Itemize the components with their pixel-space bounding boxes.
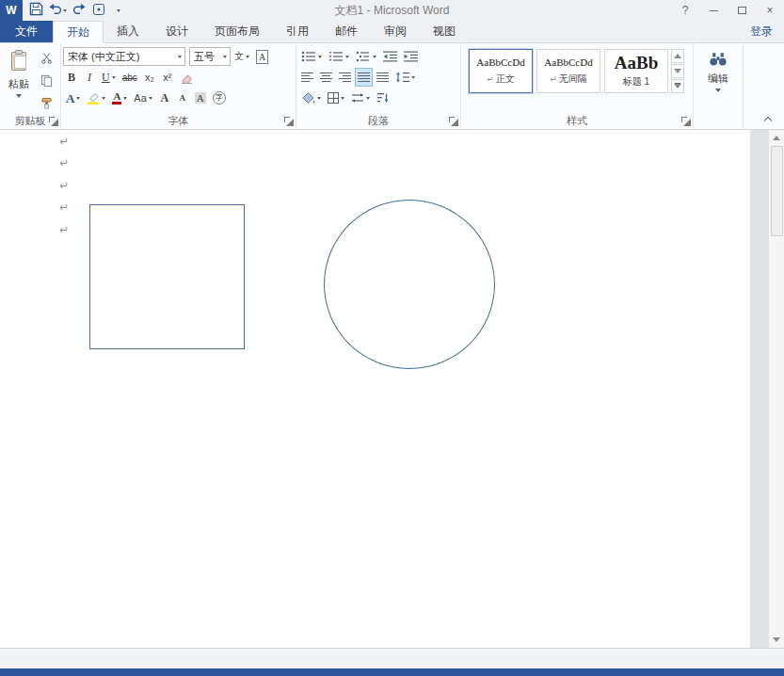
- font-size-combo[interactable]: 五号: [189, 47, 231, 66]
- save-button[interactable]: [27, 1, 44, 20]
- touch-mouse-mode-button[interactable]: [90, 1, 107, 20]
- multilevel-list-button[interactable]: [353, 47, 379, 66]
- customize-qat-button[interactable]: [110, 1, 127, 20]
- editing-group: 编辑: [694, 43, 744, 129]
- rectangle-shape[interactable]: [89, 204, 245, 349]
- font-color-icon: A: [112, 91, 121, 105]
- align-right-button[interactable]: [336, 68, 354, 87]
- font-group: 宋体 (中文正文) 五号 文 A B I U abc x₂ x² A: [61, 43, 296, 129]
- tab-file[interactable]: 文件: [0, 21, 53, 42]
- highlight-color-button[interactable]: [84, 89, 108, 107]
- font-color-button[interactable]: A: [109, 89, 130, 107]
- text-effects-button[interactable]: A: [63, 89, 83, 107]
- superscript-icon: x²: [163, 72, 171, 83]
- shading-button[interactable]: [298, 89, 324, 107]
- italic-button[interactable]: I: [81, 68, 98, 87]
- minimize-button[interactable]: [699, 0, 728, 21]
- enclose-characters-button[interactable]: 字: [210, 89, 229, 107]
- asian-layout-button[interactable]: [348, 89, 373, 107]
- ellipse-shape[interactable]: [324, 200, 495, 369]
- collapse-ribbon-icon: [764, 116, 772, 123]
- align-left-icon: [301, 72, 313, 83]
- collapse-ribbon-button[interactable]: [760, 112, 776, 125]
- font-dialog-launcher[interactable]: [284, 117, 294, 126]
- tab-page-layout[interactable]: 页面布局: [201, 21, 273, 42]
- style-card-normal[interactable]: AaBbCcDd ↵正文: [469, 49, 533, 93]
- up-arrow-icon: [674, 54, 681, 58]
- subscript-button[interactable]: x₂: [141, 68, 158, 87]
- tab-view[interactable]: 视图: [420, 21, 469, 42]
- align-left-button[interactable]: [298, 68, 316, 87]
- cut-button[interactable]: [38, 48, 56, 67]
- close-button[interactable]: ×: [756, 0, 784, 21]
- editing-button[interactable]: 编辑: [708, 51, 728, 92]
- style-name: 标题 1: [623, 75, 649, 89]
- copy-button[interactable]: [38, 71, 56, 89]
- horizontal-scrollbar-area[interactable]: [0, 648, 784, 668]
- paragraph-group-label: 段落: [368, 114, 389, 128]
- align-center-button[interactable]: [317, 68, 335, 87]
- shrink-font-button[interactable]: A: [174, 89, 191, 107]
- tab-references[interactable]: 引用: [273, 21, 322, 42]
- sign-in-button[interactable]: 登录: [739, 21, 784, 42]
- shrink-font-icon: A: [180, 93, 186, 103]
- character-border-button[interactable]: A: [253, 47, 271, 66]
- grow-font-button[interactable]: A: [156, 89, 173, 107]
- phonetic-guide-button[interactable]: 文: [232, 47, 252, 66]
- borders-button[interactable]: [325, 89, 347, 107]
- font-group-label: 字体: [168, 114, 189, 128]
- redo-button[interactable]: [71, 1, 88, 20]
- document-page[interactable]: ↵ ↵ ↵ ↵ ↵: [0, 130, 750, 648]
- increase-indent-button[interactable]: [401, 47, 421, 66]
- highlight-caret-icon: [102, 97, 105, 100]
- word-app-icon[interactable]: W: [0, 0, 23, 21]
- sort-button[interactable]: [374, 89, 392, 107]
- grow-font-icon: A: [160, 91, 168, 105]
- bold-button[interactable]: B: [63, 68, 80, 87]
- tab-mailings[interactable]: 邮件: [322, 21, 371, 42]
- tab-design[interactable]: 设计: [152, 21, 201, 42]
- font-name-combo[interactable]: 宋体 (中文正文): [63, 47, 185, 66]
- vertical-scrollbar[interactable]: [768, 130, 784, 648]
- multilevel-list-icon: [356, 51, 371, 62]
- clear-formatting-button[interactable]: [177, 68, 197, 87]
- help-button[interactable]: ?: [671, 0, 699, 21]
- line-spacing-button[interactable]: [392, 68, 418, 87]
- format-painter-button[interactable]: [38, 93, 56, 112]
- superscript-button[interactable]: x²: [159, 68, 176, 87]
- scroll-down-button[interactable]: [769, 632, 784, 648]
- clipboard-dialog-launcher[interactable]: [49, 117, 58, 126]
- style-gallery-up-button[interactable]: [671, 49, 684, 63]
- style-preview: AaBbCcDd: [476, 56, 524, 68]
- underline-button[interactable]: U: [99, 68, 119, 87]
- style-card-heading1[interactable]: AaBb 标题 1: [604, 49, 668, 93]
- paste-button[interactable]: 粘贴: [2, 45, 36, 109]
- undo-button[interactable]: [47, 1, 68, 20]
- character-shading-icon: A: [195, 92, 206, 104]
- justify-button[interactable]: [355, 68, 373, 87]
- align-center-icon: [320, 72, 332, 83]
- strikethrough-button[interactable]: abc: [120, 68, 140, 87]
- paragraph-dialog-launcher[interactable]: [449, 117, 458, 126]
- style-gallery-down-button[interactable]: [671, 64, 684, 78]
- numbering-button[interactable]: [326, 47, 352, 66]
- maximize-button[interactable]: [728, 0, 756, 21]
- character-shading-button[interactable]: A: [192, 89, 209, 107]
- vertical-scrollbar-thumb[interactable]: [771, 146, 783, 236]
- tab-insert[interactable]: 插入: [104, 21, 152, 42]
- style-card-no-spacing[interactable]: AaBbCcDd ↵无间隔: [536, 49, 600, 93]
- scroll-up-button[interactable]: [769, 130, 784, 146]
- tab-review[interactable]: 审阅: [371, 21, 420, 42]
- binoculars-icon: [708, 51, 728, 69]
- numbering-caret-icon: [345, 56, 349, 58]
- bullets-button[interactable]: [298, 47, 325, 66]
- change-case-caret-icon: [149, 97, 152, 100]
- change-case-button[interactable]: Aa: [131, 89, 154, 107]
- distribute-icon: [376, 72, 389, 83]
- tab-home[interactable]: 开始: [53, 21, 104, 43]
- style-gallery-more-button[interactable]: [671, 79, 684, 93]
- distribute-button[interactable]: [374, 68, 392, 87]
- scroll-up-icon: [773, 136, 780, 140]
- styles-dialog-launcher[interactable]: [681, 117, 691, 126]
- decrease-indent-button[interactable]: [380, 47, 400, 66]
